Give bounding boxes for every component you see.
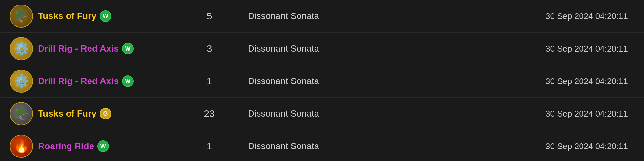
list-item[interactable]: 🔥 Roaring Ride W 1 Dissonant Sonata 30 S… (0, 130, 644, 161)
avatar: ⚙️ (10, 70, 33, 93)
item-left: 🪖 Tusks of Fury G (10, 102, 164, 125)
activity-list: 🪖 Tusks of Fury W 5 Dissonant Sonata 30 … (0, 0, 644, 161)
avatar-icon: ⚙️ (14, 75, 29, 87)
item-count: 23 (190, 108, 229, 119)
item-name-group: Roaring Ride W (38, 140, 109, 152)
avatar: 🪖 (10, 5, 33, 28)
item-track: Dissonant Sonata (229, 76, 512, 86)
item-name: Tusks of Fury (38, 11, 97, 21)
avatar-icon: 🪖 (14, 108, 29, 120)
badge: W (97, 140, 109, 152)
item-track: Dissonant Sonata (229, 43, 512, 54)
item-date: 30 Sep 2024 04:20:11 (512, 109, 634, 119)
item-track: Dissonant Sonata (229, 109, 512, 119)
item-date: 30 Sep 2024 04:20:11 (512, 76, 634, 86)
item-name-group: Drill Rig - Red Axis W (38, 75, 134, 87)
item-name-group: Drill Rig - Red Axis W (38, 43, 134, 54)
item-date: 30 Sep 2024 04:20:11 (512, 141, 634, 151)
badge: W (122, 43, 134, 54)
item-left: 🪖 Tusks of Fury W (10, 5, 164, 28)
item-name: Drill Rig - Red Axis (38, 76, 119, 86)
item-count: 3 (190, 43, 229, 54)
badge: G (100, 108, 111, 119)
list-item[interactable]: 🪖 Tusks of Fury G 23 Dissonant Sonata 30… (0, 98, 644, 130)
avatar-icon: ⚙️ (14, 43, 29, 55)
item-left: ⚙️ Drill Rig - Red Axis W (10, 70, 164, 93)
list-item[interactable]: ⚙️ Drill Rig - Red Axis W 3 Dissonant So… (0, 33, 644, 65)
item-track: Dissonant Sonata (229, 141, 512, 151)
avatar: 🔥 (10, 135, 33, 158)
item-date: 30 Sep 2024 04:20:11 (512, 44, 634, 54)
badge: W (100, 10, 111, 22)
list-item[interactable]: ⚙️ Drill Rig - Red Axis W 1 Dissonant So… (0, 65, 644, 98)
item-count: 1 (190, 76, 229, 87)
item-count: 1 (190, 141, 229, 152)
list-item[interactable]: 🪖 Tusks of Fury W 5 Dissonant Sonata 30 … (0, 0, 644, 33)
avatar-icon: 🔥 (14, 140, 29, 152)
avatar: ⚙️ (10, 37, 33, 60)
item-name-group: Tusks of Fury G (38, 108, 111, 119)
avatar-icon: 🪖 (14, 10, 29, 22)
item-count: 5 (190, 11, 229, 22)
item-name: Drill Rig - Red Axis (38, 43, 119, 54)
item-name-group: Tusks of Fury W (38, 10, 111, 22)
item-left: ⚙️ Drill Rig - Red Axis W (10, 37, 164, 60)
item-name: Tusks of Fury (38, 109, 97, 119)
item-track: Dissonant Sonata (229, 11, 512, 21)
badge: W (122, 75, 134, 87)
item-name: Roaring Ride (38, 141, 94, 151)
item-left: 🔥 Roaring Ride W (10, 135, 164, 158)
item-date: 30 Sep 2024 04:20:11 (512, 11, 634, 21)
avatar: 🪖 (10, 102, 33, 125)
